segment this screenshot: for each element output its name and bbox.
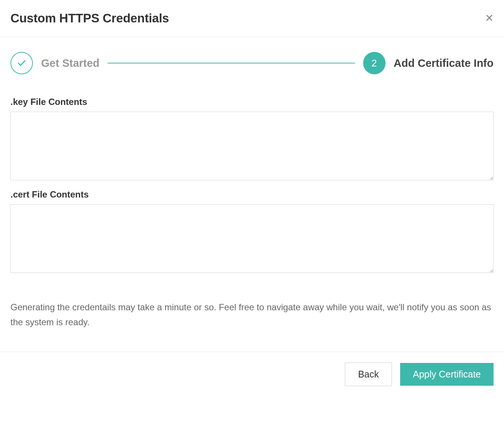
close-icon[interactable]: ✕ <box>485 13 494 24</box>
step-label-add-certificate-info: Add Certificate Info <box>394 57 494 69</box>
step-label-get-started: Get Started <box>41 57 99 69</box>
key-file-textarea[interactable] <box>10 112 494 180</box>
modal-header: Custom HTTPS Credentials ✕ <box>0 0 504 37</box>
wizard-stepper: Get Started 2 Add Certificate Info <box>0 37 504 78</box>
modal-title: Custom HTTPS Credentials <box>10 11 169 25</box>
back-button[interactable]: Back <box>345 363 392 386</box>
cert-file-field-group: .cert File Contents <box>10 189 494 274</box>
cert-file-textarea[interactable] <box>10 204 494 273</box>
hint-text: Generating the credentails may take a mi… <box>10 300 494 329</box>
cert-file-label: .cert File Contents <box>10 189 494 200</box>
apply-certificate-button[interactable]: Apply Certificate <box>400 363 494 386</box>
step-number-icon: 2 <box>363 52 386 74</box>
step-connector <box>108 63 355 63</box>
key-file-label: .key File Contents <box>10 97 494 107</box>
step-add-certificate-info: 2 Add Certificate Info <box>363 52 494 74</box>
key-file-field-group: .key File Contents <box>10 97 494 182</box>
step-get-started: Get Started <box>10 52 99 74</box>
modal-body: .key File Contents .cert File Contents G… <box>0 97 504 329</box>
checkmark-icon <box>10 52 33 74</box>
modal-footer: Back Apply Certificate <box>0 352 504 397</box>
